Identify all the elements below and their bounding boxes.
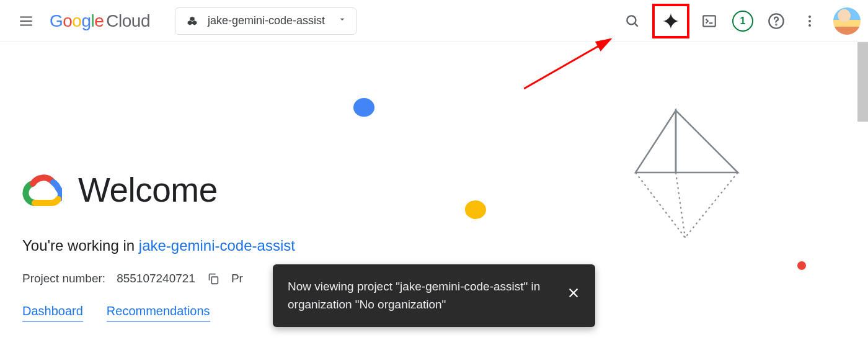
svg-line-7 bbox=[634, 23, 637, 26]
decorative-blob-red bbox=[797, 261, 806, 270]
svg-point-14 bbox=[808, 24, 811, 27]
decorative-blob-yellow bbox=[465, 200, 486, 219]
page-title: Welcome bbox=[78, 170, 218, 210]
project-id-label-truncated: Pr bbox=[231, 272, 243, 285]
svg-marker-4 bbox=[188, 20, 192, 25]
close-icon bbox=[567, 286, 580, 300]
svg-point-13 bbox=[808, 20, 811, 22]
project-picker[interactable]: jake-gemini-code-assist bbox=[175, 7, 356, 35]
main-menu-button[interactable] bbox=[12, 7, 40, 35]
copy-icon bbox=[206, 272, 220, 285]
notifications-button[interactable]: 1 bbox=[729, 7, 756, 35]
svg-point-6 bbox=[627, 16, 636, 24]
toast-close-button[interactable] bbox=[567, 286, 580, 305]
working-in-line: You're working in jake-gemini-code-assis… bbox=[22, 237, 846, 254]
chevron-down-icon bbox=[337, 14, 347, 27]
toast-notification: Now viewing project "jake-gemini-code-as… bbox=[273, 264, 595, 327]
project-picker-label: jake-gemini-code-assist bbox=[208, 14, 325, 27]
working-in-project-link[interactable]: jake-gemini-code-assist bbox=[139, 237, 295, 254]
project-hex-icon bbox=[185, 14, 199, 28]
help-icon bbox=[768, 12, 785, 30]
recommendations-link[interactable]: Recommendations bbox=[107, 304, 210, 322]
annotation-highlight-box bbox=[652, 4, 689, 38]
kebab-icon bbox=[802, 14, 817, 29]
dashboard-link[interactable]: Dashboard bbox=[22, 304, 83, 322]
svg-marker-3 bbox=[190, 16, 194, 20]
gemini-assist-button[interactable] bbox=[661, 11, 681, 31]
help-button[interactable] bbox=[763, 7, 790, 35]
decorative-blob-blue bbox=[353, 98, 374, 117]
svg-marker-16 bbox=[636, 110, 676, 172]
hamburger-icon bbox=[18, 13, 34, 29]
header-bar: Google Cloud jake-gemini-code-assist 1 bbox=[0, 0, 868, 42]
more-options-button[interactable] bbox=[796, 7, 823, 35]
svg-rect-21 bbox=[211, 277, 218, 284]
svg-point-11 bbox=[776, 24, 776, 25]
main-content: Welcome You're working in jake-gemini-co… bbox=[0, 42, 868, 345]
terminal-icon bbox=[701, 13, 717, 29]
google-cloud-logo[interactable]: Google Cloud bbox=[50, 11, 150, 31]
copy-project-number-button[interactable] bbox=[206, 272, 220, 285]
svg-point-12 bbox=[808, 16, 811, 18]
notification-count: 1 bbox=[732, 11, 753, 32]
scrollbar[interactable] bbox=[857, 42, 868, 122]
logo-cloud-text: Cloud bbox=[106, 11, 150, 31]
account-avatar[interactable] bbox=[833, 7, 861, 35]
svg-marker-17 bbox=[676, 110, 738, 172]
svg-marker-5 bbox=[192, 20, 197, 25]
project-number-value: 855107240721 bbox=[117, 272, 195, 285]
svg-rect-8 bbox=[703, 16, 715, 26]
cloud-shell-button[interactable] bbox=[696, 7, 723, 35]
google-cloud-product-icon bbox=[22, 173, 62, 207]
project-number-label: Project number: bbox=[22, 272, 105, 285]
working-in-prefix: You're working in bbox=[22, 237, 139, 254]
toast-message: Now viewing project "jake-gemini-code-as… bbox=[288, 278, 554, 313]
search-icon bbox=[624, 13, 640, 29]
search-button[interactable] bbox=[619, 7, 646, 35]
sparkle-icon bbox=[661, 11, 681, 31]
